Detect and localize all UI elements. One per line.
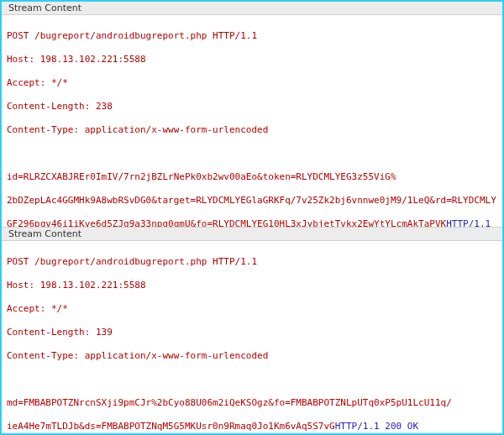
req-header-name: Content-Length [7, 101, 85, 112]
resp-proto: HTTP/1.1 200 OK [335, 421, 418, 432]
req-body: GF296pqv46i1iKve6d5ZJq9a33npg0qmU&fo=RLY… [7, 218, 446, 227]
req-header-value: application/x-www-form-urlencoded [85, 124, 269, 135]
req-body: md=FMBABPOTZNrcnSXji9pmCJr%2bCyo88U06m2i… [7, 397, 497, 409]
stream-pane-top: Stream Content POST /bugreport/androidbu… [2, 2, 502, 227]
req-header-name: Content-Type [7, 124, 73, 135]
req-body: id=RLRZCXABJREr0ImIV/7rn2jBZLrNePk0xb2wv… [7, 171, 497, 183]
stream-content-bottom[interactable]: POST /bugreport/androidbugreport.php HTT… [2, 241, 502, 433]
req-header-value: 139 [96, 327, 113, 338]
req-header-name: Host [7, 54, 29, 65]
pane-title: Stream Content [7, 228, 83, 239]
req-header-name: Content-Type [7, 350, 73, 361]
stream-pane-bottom: Stream Content POST /bugreport/androidbu… [2, 227, 502, 433]
req-body: 2bDZepLAc4GGMHk9A8wbRSvDG0&target=RLYDCM… [7, 195, 497, 207]
pane-header: Stream Content [2, 228, 502, 241]
req-body: ieA4He7mTLDJb&ds=FMBABPOTZNqM5G5MKUsr0n9… [7, 421, 335, 432]
req-header-name: Host [7, 280, 29, 291]
req-header-name: Accept [7, 303, 40, 314]
pane-header: Stream Content [2, 2, 502, 15]
packet-stream-window: Stream Content POST /bugreport/androidbu… [0, 0, 504, 435]
http-request-line: POST /bugreport/androidbugreport.php HTT… [7, 30, 497, 42]
req-header-value: */* [51, 77, 68, 88]
pane-title: Stream Content [7, 3, 83, 13]
http-request-line: POST /bugreport/androidbugreport.php HTT… [7, 256, 497, 268]
req-header-name: Accept [7, 77, 40, 88]
req-header-value: */* [51, 303, 68, 314]
req-header-name: Content-Length [7, 327, 85, 338]
req-header-value: 238 [96, 101, 113, 112]
req-header-value: application/x-www-form-urlencoded [85, 350, 269, 361]
resp-proto: HTTP/1.1 [446, 218, 491, 227]
req-header-value: 198.13.102.221:5588 [40, 54, 146, 65]
req-header-value: 198.13.102.221:5588 [40, 280, 146, 291]
stream-content-top[interactable]: POST /bugreport/androidbugreport.php HTT… [2, 15, 502, 227]
